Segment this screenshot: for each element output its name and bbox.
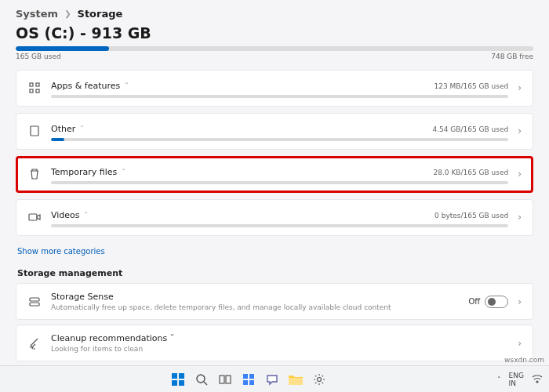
- category-label: Videos: [51, 210, 80, 220]
- category-bar: [51, 138, 508, 141]
- tray-chevron-icon[interactable]: ˄: [497, 376, 501, 383]
- category-usage: 28.0 KB/165 GB used: [433, 169, 508, 176]
- tray-lang[interactable]: ENG IN: [509, 372, 524, 387]
- disk-usage-fill: [16, 46, 109, 51]
- apps-icon: [27, 81, 42, 95]
- svg-rect-0: [30, 83, 33, 86]
- search-icon[interactable]: [193, 371, 210, 388]
- svg-rect-20: [249, 374, 254, 379]
- chevron-right-icon: ›: [518, 296, 522, 307]
- svg-rect-1: [36, 83, 39, 86]
- show-more-categories-link[interactable]: Show more categories: [17, 247, 105, 256]
- breadcrumb[interactable]: System ❯ Storage: [16, 8, 533, 20]
- svg-rect-23: [289, 378, 303, 385]
- storage-category-other[interactable]: Other˘4.54 GB/165 GB used›: [16, 113, 533, 150]
- disk-title: OS (C:) - 913 GB: [16, 24, 533, 42]
- mgmt-title: Storage Sense: [51, 292, 459, 302]
- svg-rect-14: [179, 380, 184, 386]
- svg-line-16: [204, 382, 207, 385]
- video-icon: [27, 210, 42, 224]
- svg-point-25: [536, 381, 538, 383]
- mgmt-title: Cleanup recommendations ˘: [51, 333, 508, 343]
- storage-category-apps-features[interactable]: Apps & features˘123 MB/165 GB used›: [16, 70, 533, 107]
- mgmt-subtitle: Automatically free up space, delete temp…: [51, 303, 459, 311]
- category-label: Temporary files: [51, 167, 117, 177]
- category-usage: 123 MB/165 GB used: [434, 82, 508, 90]
- svg-rect-12: [179, 373, 184, 379]
- svg-rect-7: [30, 303, 39, 306]
- watermark-text: wsxdn.com: [504, 356, 544, 364]
- chevron-right-icon: ❯: [64, 9, 71, 18]
- svg-rect-21: [243, 380, 248, 385]
- file-explorer-icon[interactable]: [287, 371, 304, 388]
- mgmt-storage-sense[interactable]: Storage SenseAutomatically free up space…: [16, 283, 533, 320]
- breadcrumb-current: Storage: [78, 8, 123, 20]
- category-bar: [51, 181, 508, 184]
- task-view-icon[interactable]: [216, 371, 234, 388]
- svg-rect-5: [29, 214, 37, 220]
- mgmt-cleanup-recommendations[interactable]: Cleanup recommendations ˘Looking for ite…: [16, 325, 533, 361]
- storage-category-videos[interactable]: Videos˘0 bytes/165 GB used›: [16, 199, 533, 236]
- chat-icon[interactable]: [264, 371, 281, 388]
- start-icon[interactable]: [169, 371, 187, 388]
- svg-rect-4: [31, 126, 38, 136]
- svg-rect-19: [243, 374, 248, 379]
- settings-icon[interactable]: [311, 371, 328, 388]
- storage-sense-icon: [27, 295, 42, 309]
- widgets-icon[interactable]: [240, 371, 257, 388]
- tray-wifi-icon[interactable]: [532, 374, 543, 385]
- svg-point-24: [318, 377, 322, 381]
- category-usage: 0 bytes/165 GB used: [434, 212, 508, 220]
- svg-point-15: [197, 375, 205, 383]
- chevron-right-icon: ›: [518, 125, 522, 136]
- svg-rect-22: [249, 380, 254, 385]
- svg-rect-6: [30, 298, 39, 301]
- mgmt-subtitle: Looking for items to clean: [51, 345, 508, 353]
- other-icon: [27, 124, 42, 138]
- disk-usage-bar: [16, 46, 533, 51]
- storage-category-temporary-files[interactable]: Temporary files˘28.0 KB/165 GB used›: [16, 156, 533, 193]
- disk-used-label: 165 GB used: [16, 53, 61, 60]
- svg-rect-17: [220, 376, 224, 383]
- taskbar[interactable]: ˄ ENG IN: [0, 365, 549, 392]
- svg-rect-2: [30, 89, 33, 93]
- breadcrumb-prev[interactable]: System: [16, 8, 58, 20]
- chevron-right-icon: ›: [518, 169, 522, 180]
- chevron-right-icon: ›: [518, 82, 522, 93]
- svg-rect-18: [226, 376, 231, 383]
- category-bar: [51, 224, 508, 227]
- category-bar: [51, 95, 508, 98]
- category-usage: 4.54 GB/165 GB used: [432, 125, 508, 133]
- svg-rect-11: [172, 373, 177, 379]
- trash-icon: [27, 167, 42, 181]
- storage-sense-toggle[interactable]: [485, 296, 508, 308]
- broom-icon: [27, 336, 42, 350]
- storage-management-header: Storage management: [17, 268, 532, 278]
- category-label: Other: [51, 124, 75, 134]
- svg-rect-13: [172, 380, 177, 386]
- category-label: Apps & features: [51, 81, 120, 91]
- chevron-right-icon: ›: [518, 338, 522, 349]
- toggle-state: Off: [468, 297, 480, 306]
- disk-free-label: 748 GB free: [491, 53, 533, 60]
- svg-rect-3: [36, 89, 39, 93]
- chevron-right-icon: ›: [518, 212, 522, 223]
